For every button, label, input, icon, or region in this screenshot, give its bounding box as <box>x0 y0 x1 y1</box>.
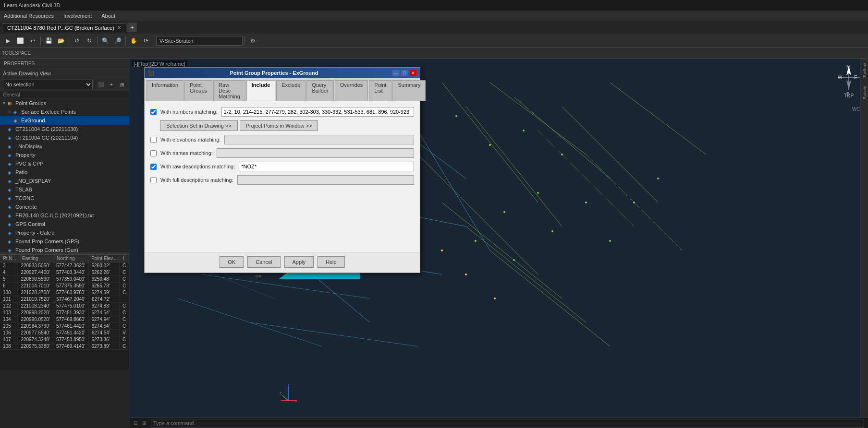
tab-overrides[interactable]: Overrides <box>335 80 368 101</box>
tree-item-patio[interactable]: ◈ Patio <box>0 168 129 177</box>
tree-item-property[interactable]: ◈ Property <box>0 151 129 159</box>
raw-desc-input[interactable] <box>239 162 414 171</box>
table-cell: 221004.7010' <box>18 283 53 289</box>
main-tab[interactable]: CT211004 8780 Red P...GC (Broken Surface… <box>2 23 126 32</box>
full-desc-checkbox[interactable] <box>150 177 157 183</box>
menu-additional-resources[interactable]: Additional Resources <box>4 13 54 19</box>
tree-item-tslab[interactable]: ◈ TSLAB <box>0 185 129 194</box>
toolbar-pan[interactable]: ✋ <box>128 35 139 47</box>
names-input[interactable] <box>217 148 414 158</box>
tab-query-builder[interactable]: Query Builder <box>306 80 333 101</box>
tree-item-ct211004-1030[interactable]: ◈ CT211004 GC (20211030) <box>0 125 129 133</box>
table-row[interactable]: 106220977.5540'577451.4420'6274.54'V <box>0 330 129 336</box>
left-panel: PROPERTIES Active Drawing View No select… <box>0 59 130 428</box>
tree-item-pvc[interactable]: ◈ PVC & CPP <box>0 159 129 168</box>
tree-item-gps[interactable]: ◈ GPS Control <box>0 220 129 228</box>
tree-item-property-calcd[interactable]: ◈ Property - Calc'd <box>0 228 129 237</box>
toolbar-undo[interactable]: ↺ <box>71 35 83 47</box>
table-row[interactable]: 102221008.2340'577475.0100'6274.83'C <box>0 303 129 309</box>
table-row[interactable]: 103220998.2020'577481.3930'6274.54'C <box>0 309 129 316</box>
toolbar-settings[interactable]: ⚙ <box>247 35 258 47</box>
table-row[interactable]: 108220975.3380'577469.4140'6273.89'C <box>0 343 129 350</box>
ok-button[interactable]: OK <box>220 256 244 268</box>
toolbar-btn-3[interactable]: ↩ <box>27 35 38 47</box>
tree-icon-pvc: ◈ <box>8 161 15 166</box>
table-row[interactable]: 107220974.3240'577453.8950'6273.36'C <box>0 336 129 343</box>
selection-btn-2[interactable]: + <box>107 80 116 89</box>
tree-expand-root[interactable]: ▼ <box>2 101 8 106</box>
table-row[interactable]: 101221019.7520'577467.2040'6274.72' <box>0 296 129 303</box>
full-desc-input[interactable] <box>237 175 414 185</box>
tab-close-icon[interactable]: ✕ <box>117 25 121 30</box>
tab-exclude[interactable]: Exclude <box>276 80 306 101</box>
table-cell: C <box>120 309 129 316</box>
project-points-window-btn[interactable]: Project Points in Window >> <box>240 120 318 131</box>
table-row[interactable]: 4220927.4400'577403.3440'6262.26'C <box>0 269 129 276</box>
menu-involvement[interactable]: Involvement <box>63 13 92 19</box>
elevations-row: With elevations matching: <box>150 135 414 144</box>
tree-item-ct211004-1104[interactable]: ◈ CT211004 GC (20211104) <box>0 133 129 142</box>
tree-item-tconc[interactable]: ◈ TCONC <box>0 194 129 202</box>
dialog-icon: ⬛ <box>147 70 154 76</box>
command-input[interactable] <box>151 419 864 428</box>
elevations-checkbox[interactable] <box>150 137 157 143</box>
properties-label: PROPERTIES <box>4 61 35 66</box>
table-row[interactable]: 5220890.5530'577359.0400'6250.48'C <box>0 276 129 283</box>
tab-point-list[interactable]: Point List <box>369 80 391 101</box>
survey-tab[interactable]: Survey <box>861 82 868 103</box>
help-button[interactable]: Help <box>318 256 345 268</box>
workspace-input[interactable] <box>156 36 243 46</box>
selection-set-drawing-btn[interactable]: Selection Set in Drawing >> <box>160 120 238 131</box>
dialog-minimize-btn[interactable]: — <box>392 70 400 76</box>
table-row[interactable]: 100221028.2700'577460.9760'6274.59'C <box>0 289 129 296</box>
tab-include[interactable]: Include <box>246 80 276 101</box>
table-cell: 220974.3240' <box>18 336 53 343</box>
svg-point-39 <box>551 230 553 232</box>
tree-item-no-display-2[interactable]: ◈ _NO_DISPLAY <box>0 177 129 185</box>
toolbar-open[interactable]: 📂 <box>55 35 67 47</box>
table-row[interactable]: 104220990.0520'577469.8660'6274.94'C <box>0 316 129 323</box>
toolbar-zoom-out[interactable]: 🔎 <box>112 35 123 47</box>
tab-raw-desc[interactable]: Raw Desc Matching <box>213 80 245 101</box>
tree-item-found-gun[interactable]: ◈ Found Prop Corners (Gun) <box>0 246 129 252</box>
toolbar-zoom-in[interactable]: 🔍 <box>99 35 111 47</box>
toolbar-rotate[interactable]: ⟳ <box>140 35 152 47</box>
tree-root-point-groups[interactable]: ▼ ⊞ Point Groups <box>0 99 129 107</box>
selection-btn-3[interactable]: ⊞ <box>118 80 126 89</box>
tree-item-concrete[interactable]: ◈ Concrete <box>0 202 129 211</box>
tab-information[interactable]: Information <box>147 80 183 101</box>
table-cell: 6274.59' <box>89 289 120 296</box>
apply-button[interactable]: Apply <box>284 256 314 268</box>
toolbox-tab[interactable]: Toolbox <box>861 59 868 82</box>
tree-item-surface-exclude[interactable]: ▷ ◈ Surface Exclude Points <box>0 107 129 116</box>
tree-item-exground[interactable]: ◈ ExGround <box>0 116 129 125</box>
table-cell: 6262.26' <box>89 269 120 275</box>
table-row[interactable]: 6221004.7010'577375.3590'6265.73'C <box>0 283 129 289</box>
new-tab-button[interactable]: + <box>127 23 137 32</box>
names-checkbox[interactable] <box>150 150 157 156</box>
tree-item-fr20[interactable]: ◈ FR20-140 GC-ILC (20210921).txt <box>0 211 129 220</box>
toolbar-btn-2[interactable]: ⬜ <box>14 35 26 47</box>
cancel-button[interactable]: Cancel <box>247 256 280 268</box>
tree-item-nodisplay[interactable]: ◈ _NoDisplay <box>0 142 129 151</box>
tree-item-found-gps[interactable]: ◈ Found Prop Corners (GPS) <box>0 237 129 246</box>
numbers-input[interactable] <box>221 107 414 117</box>
raw-desc-checkbox[interactable] <box>150 164 157 170</box>
selection-dropdown[interactable]: No selection <box>3 80 93 89</box>
tab-summary[interactable]: Summary <box>392 80 426 101</box>
table-row[interactable]: 3220933.5050'577447.3620'6260.02'C <box>0 262 129 269</box>
menu-about[interactable]: About <box>101 13 115 19</box>
elevations-input[interactable] <box>224 135 414 144</box>
toolbar-save[interactable]: 💾 <box>43 35 54 47</box>
table-row[interactable]: 105220984.3790'577461.4420'6274.54'C <box>0 323 129 330</box>
dialog-close-btn[interactable]: ✕ <box>409 70 417 76</box>
toolbar-redo[interactable]: ↻ <box>84 35 95 47</box>
tree-icon-root: ⊞ <box>8 101 15 106</box>
table-cell: 102 <box>0 303 18 309</box>
tab-point-groups[interactable]: Point Groups <box>184 80 212 101</box>
tree-expand-surface[interactable]: ▷ <box>8 109 13 114</box>
selection-btn-1[interactable]: ⬛ <box>97 80 105 89</box>
dialog-maximize-btn[interactable]: □ <box>401 70 408 76</box>
toolbar-btn-1[interactable]: ▶ <box>2 35 13 47</box>
numbers-checkbox[interactable] <box>150 109 157 115</box>
